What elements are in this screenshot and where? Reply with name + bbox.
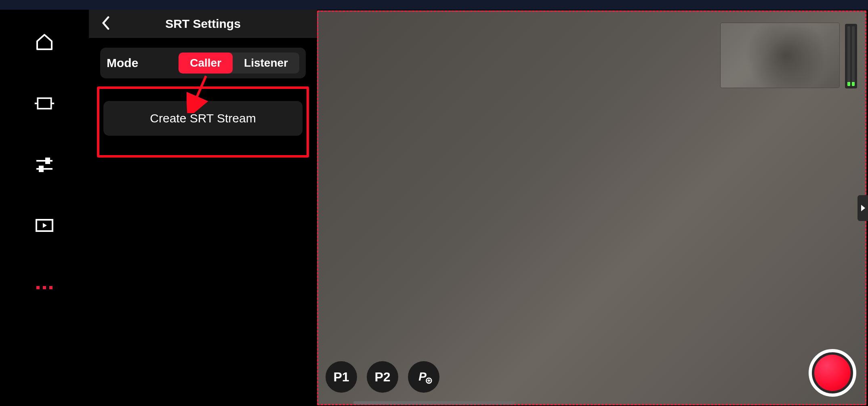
chevron-right-icon xyxy=(861,205,865,211)
bg-srt-mode-label: SRT Mode xyxy=(100,265,160,278)
home-indicator[interactable] xyxy=(353,401,515,404)
audio-level-meter xyxy=(845,24,857,88)
svg-rect-0 xyxy=(38,98,51,109)
record-icon xyxy=(814,355,851,391)
annotation-highlight: Create SRT Stream xyxy=(97,86,309,158)
picture-in-picture-preview xyxy=(721,23,839,88)
status-bar xyxy=(0,0,868,10)
display-icon[interactable] xyxy=(32,91,57,116)
svg-marker-8 xyxy=(43,223,47,228)
left-navigation-rail xyxy=(0,10,89,406)
mode-caller-option[interactable]: Caller xyxy=(179,53,233,74)
camera-preview: P1 P2 P xyxy=(317,11,866,405)
bg-ndi-mode-label: NDI Mode xyxy=(100,187,156,201)
bg-rtsp-label: RTSP Mode xyxy=(100,226,167,240)
app-root: Output UVC Mode NDIActivated NDI Mode RT… xyxy=(0,10,868,406)
svg-rect-11 xyxy=(49,286,53,289)
mode-label: Mode xyxy=(107,56,170,70)
panel-header: SRT Settings xyxy=(89,10,317,38)
svg-rect-10 xyxy=(43,286,46,289)
more-icon[interactable] xyxy=(32,276,57,300)
back-button[interactable] xyxy=(101,16,110,32)
play-icon[interactable] xyxy=(32,214,57,238)
preset-1-button[interactable]: P1 xyxy=(326,361,357,393)
sliders-icon[interactable] xyxy=(32,153,57,177)
preset-add-button[interactable]: P xyxy=(408,361,439,393)
page-title: SRT Settings xyxy=(165,17,241,31)
record-button[interactable] xyxy=(809,349,856,397)
srt-settings-panel: Output UVC Mode NDIActivated NDI Mode RT… xyxy=(89,10,317,406)
mode-listener-option[interactable]: Listener xyxy=(233,53,299,74)
preset-row: P1 P2 P xyxy=(326,361,439,393)
home-icon[interactable] xyxy=(32,30,57,54)
expand-panel-button[interactable] xyxy=(857,195,868,221)
svg-rect-4 xyxy=(46,158,49,163)
mode-segmented-control: Caller Listener xyxy=(179,53,299,74)
create-srt-stream-button[interactable]: Create SRT Stream xyxy=(103,101,303,136)
svg-rect-6 xyxy=(40,166,43,171)
svg-rect-9 xyxy=(36,286,40,289)
bg-srt-settings-label: SRT Settings xyxy=(100,303,176,317)
preset-2-button[interactable]: P2 xyxy=(367,361,398,393)
preset-add-label: P xyxy=(418,370,427,383)
mode-row: Mode Caller Listener xyxy=(100,48,306,78)
